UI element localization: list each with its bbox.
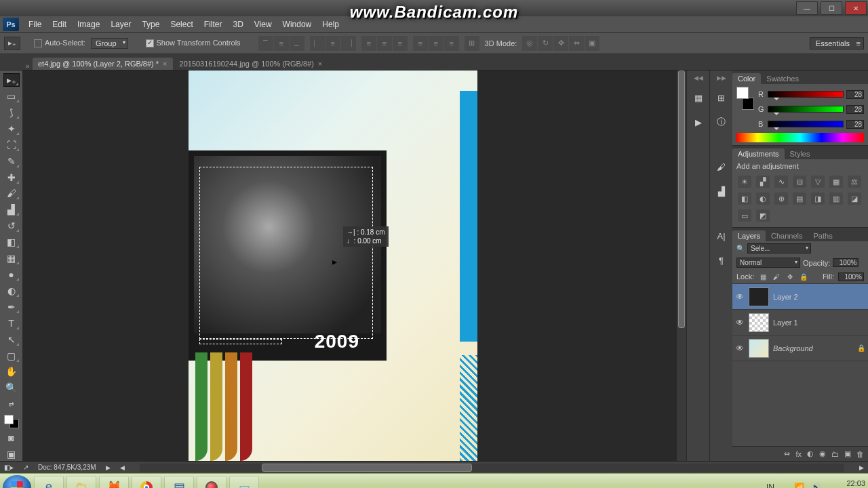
move-tool-icon[interactable]: ▸₊: [3, 73, 20, 87]
dodge-tool-icon[interactable]: ◐: [3, 284, 20, 298]
menu-filter[interactable]: Filter: [199, 18, 228, 30]
canvas-area[interactable]: 2009 →| : 0.18 cm ↓ : 0.00 cm ▸: [23, 70, 686, 461]
brush-tool-icon[interactable]: 🖌: [3, 187, 20, 201]
channels-tab[interactable]: Channels: [766, 230, 808, 241]
tray-network-icon[interactable]: 📶: [794, 483, 804, 489]
spectrum-bar[interactable]: [736, 133, 864, 142]
lock-transparent-icon[interactable]: ▦: [758, 272, 768, 281]
styles-tab[interactable]: Styles: [785, 148, 816, 159]
eraser-tool-icon[interactable]: ◧: [3, 235, 20, 249]
stamp-tool-icon[interactable]: ▟: [3, 203, 20, 216]
shape-tool-icon[interactable]: ▢: [3, 349, 20, 363]
swap-colors-icon[interactable]: ⇄: [3, 397, 20, 411]
r-slider[interactable]: [768, 91, 844, 98]
tool-preset-button[interactable]: ▸₊: [4, 37, 20, 50]
horizontal-scrollbar[interactable]: [140, 464, 844, 472]
align-left-icon[interactable]: ⎸: [310, 36, 325, 51]
brush-panel-icon[interactable]: ⊞: [713, 89, 730, 106]
swatches-tab[interactable]: Swatches: [761, 73, 804, 84]
menu-file[interactable]: File: [23, 18, 47, 30]
status-icon[interactable]: ◧▸: [4, 464, 14, 471]
channelmixer-adj-icon[interactable]: ⊕: [774, 192, 788, 205]
tab-expand-icon[interactable]: »: [26, 62, 33, 70]
align-hcenter-icon[interactable]: ≡: [326, 36, 340, 51]
taskbar-explorer-icon[interactable]: 🗀: [66, 476, 96, 489]
posterize-adj-icon[interactable]: ▥: [829, 192, 843, 205]
auto-select-target-dropdown[interactable]: Group: [91, 38, 128, 49]
pen-tool-icon[interactable]: ✒: [3, 300, 20, 314]
slide-icon[interactable]: ⇔: [569, 36, 584, 51]
wand-tool-icon[interactable]: ✦: [3, 122, 20, 136]
taskbar-ie-icon[interactable]: e: [34, 476, 64, 489]
layer-row[interactable]: 👁 Layer 1: [732, 310, 868, 336]
marquee-tool-icon[interactable]: ▭: [3, 89, 20, 103]
menu-edit[interactable]: Edit: [47, 18, 72, 30]
adjustments-tab[interactable]: Adjustments: [732, 148, 785, 159]
color-swatches[interactable]: [4, 415, 19, 428]
color-tab[interactable]: Color: [732, 73, 761, 84]
auto-select-checkbox[interactable]: [34, 39, 42, 47]
minimize-button[interactable]: —: [796, 1, 818, 15]
colorlookup-adj-icon[interactable]: ▤: [793, 192, 806, 205]
menu-image[interactable]: Image: [72, 18, 105, 30]
taskbar-bandicam-icon[interactable]: [197, 476, 226, 489]
layer-mask-icon[interactable]: ◐: [807, 449, 814, 458]
photofilter-adj-icon[interactable]: ◐: [756, 192, 770, 205]
layer-fx-icon[interactable]: fx: [795, 450, 802, 458]
zoom-tool-icon[interactable]: 🔍: [3, 381, 20, 394]
r-value[interactable]: 28: [846, 90, 864, 99]
crop-tool-icon[interactable]: ⛶: [3, 138, 20, 152]
b-slider[interactable]: [768, 121, 844, 127]
filter-kind-dropdown[interactable]: Sele...: [747, 243, 811, 253]
fill-value[interactable]: 100%: [838, 272, 864, 281]
layer-name[interactable]: Layer 2: [773, 293, 865, 301]
taskbar-chrome-icon[interactable]: [132, 476, 161, 489]
taskbar-notepad-icon[interactable]: ▭: [229, 476, 259, 489]
vibrance-adj-icon[interactable]: ▽: [811, 176, 825, 188]
distribute-1-icon[interactable]: ≡: [361, 36, 376, 51]
workspace-dropdown[interactable]: Essentials: [810, 37, 864, 49]
vertical-scrollbar[interactable]: [677, 70, 686, 461]
menu-layer[interactable]: Layer: [105, 18, 136, 30]
status-menu-icon[interactable]: ▶: [106, 464, 111, 471]
tab-close-icon[interactable]: ×: [318, 60, 322, 68]
opacity-value[interactable]: 100%: [833, 258, 859, 267]
menu-window[interactable]: Window: [277, 18, 317, 30]
distribute-3-icon[interactable]: ≡: [393, 36, 408, 51]
brightness-adj-icon[interactable]: ☀: [738, 176, 751, 188]
adjustment-layer-icon[interactable]: ◉: [819, 449, 826, 458]
hue-adj-icon[interactable]: ▦: [829, 176, 843, 188]
visibility-toggle-icon[interactable]: 👁: [735, 344, 745, 353]
zoom3d-icon[interactable]: ▣: [585, 36, 599, 51]
menu-3d[interactable]: 3D: [227, 18, 248, 30]
type-tool-icon[interactable]: T: [3, 317, 20, 330]
lock-position-icon[interactable]: ✥: [785, 272, 795, 281]
distribute-5-icon[interactable]: ≡: [429, 36, 443, 51]
document-canvas[interactable]: 2009 →| : 0.18 cm ↓ : 0.00 cm ▸: [189, 70, 477, 461]
tray-clock[interactable]: 22:03 26/03/2015: [828, 479, 865, 489]
fgbg-swatch[interactable]: [736, 87, 754, 110]
tray-lang-indicator[interactable]: IN: [766, 483, 774, 489]
bw-adj-icon[interactable]: ◧: [738, 192, 751, 205]
auto-align-icon[interactable]: ⊞: [465, 36, 479, 51]
status-icon[interactable]: ↗: [23, 464, 28, 471]
group-icon[interactable]: 🗀: [831, 450, 839, 458]
tray-flag-icon[interactable]: ▃: [781, 483, 787, 489]
layer-row[interactable]: 👁 Background 🔒: [732, 336, 868, 361]
colorbalance-adj-icon[interactable]: ⚖: [848, 176, 861, 188]
new-layer-icon[interactable]: ▣: [844, 449, 851, 458]
exposure-adj-icon[interactable]: ⊟: [793, 176, 806, 188]
document-tab-active[interactable]: et4.jpg @ 100% (Layer 2, RGB/8#) *×: [33, 58, 173, 70]
orbit-icon[interactable]: ◎: [522, 36, 537, 51]
info-panel-icon[interactable]: ⓘ: [713, 114, 730, 130]
filter-kind-icon[interactable]: 🔍: [736, 245, 745, 252]
lock-pixels-icon[interactable]: 🖌: [772, 272, 781, 281]
tray-volume-icon[interactable]: 🔊: [811, 483, 821, 489]
roll-icon[interactable]: ↻: [538, 36, 553, 51]
blend-mode-dropdown[interactable]: Normal: [736, 258, 800, 268]
gradientmap-adj-icon[interactable]: ▭: [738, 209, 751, 222]
align-right-icon[interactable]: ⎹: [341, 36, 356, 51]
clone-panel-icon[interactable]: ▟: [713, 183, 730, 199]
lock-all-icon[interactable]: 🔒: [799, 272, 808, 281]
maximize-button[interactable]: ☐: [821, 1, 842, 15]
